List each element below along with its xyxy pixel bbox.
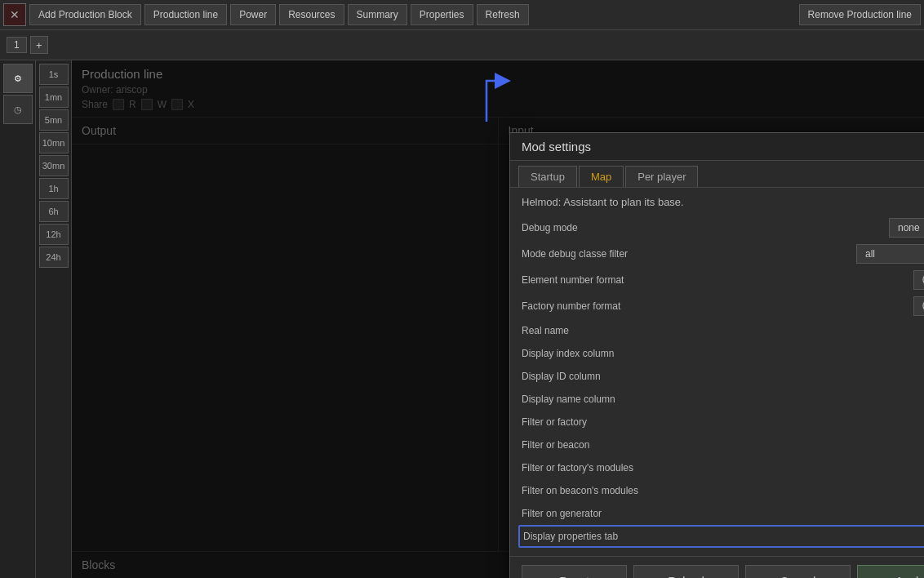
debug-filter-dropdown[interactable]: all [856, 244, 924, 264]
element-format-label: Element number format [522, 274, 864, 286]
filter-factory-modules-control: ✕ [864, 460, 924, 476]
time-sidebar: 1s 1mn 5mn 10mn 30mn 1h 6h 12h 24h [36, 60, 72, 578]
reload-button[interactable]: Reload [633, 565, 739, 578]
remove-production-line-button[interactable]: Remove Production line [799, 4, 921, 25]
filter-beacon-label: Filter or beacon [522, 439, 864, 451]
dialog-section-heading: Helmod: Assistant to plan its base. [522, 196, 924, 208]
display-properties-control: ✕ [863, 528, 924, 545]
settings-row-filter-generator: Filter on generator ✕ [522, 502, 924, 525]
tab-map[interactable]: Map [579, 166, 624, 187]
settings-row-filter-factory-modules: Filter or factory's modules ✕ [522, 456, 924, 479]
factory-format-label: Factory number format [522, 300, 864, 312]
real-name-control [864, 322, 924, 339]
dialog-title: Mod settings [510, 133, 924, 161]
filter-generator-control: ✕ [864, 505, 924, 522]
filter-factory-control: ✕ [864, 414, 924, 430]
settings-row-index-col: Display index column [522, 342, 924, 365]
settings-row-filter-beacon-modules: Filter on beacon's modules ✕ [522, 479, 924, 502]
name-col-label: Display name column [522, 393, 864, 405]
content-panel: Production line Owner: ariscop Share R W… [72, 60, 924, 578]
element-format-dropdown[interactable]: 0.00.000 [913, 270, 924, 290]
debug-mode-dropdown[interactable]: nonelowhigh [889, 218, 924, 238]
cancel-button[interactable]: Cancel [745, 565, 851, 578]
clock-icon-button[interactable]: ◷ [3, 95, 33, 124]
debug-filter-control: all [856, 244, 924, 264]
tab-toolbar: 1 + [0, 30, 924, 60]
time-1s[interactable]: 1s [39, 64, 69, 85]
id-col-control [864, 368, 924, 385]
debug-filter-label: Mode debug classe filter [522, 248, 856, 260]
reset-button[interactable]: Reset [522, 565, 627, 578]
close-icon: ✕ [10, 8, 20, 21]
settings-row-filter-beacon: Filter or beacon ✕ [522, 434, 924, 456]
time-12h[interactable]: 12h [39, 224, 69, 245]
settings-row-id-col: Display ID column [522, 365, 924, 388]
display-properties-label: Display properties tab [523, 531, 863, 542]
filter-beacon-control: ✕ [864, 437, 924, 453]
time-24h[interactable]: 24h [39, 247, 69, 268]
element-format-control: 0.00.000 [864, 270, 924, 290]
debug-mode-control: nonelowhigh [864, 218, 924, 238]
mod-settings-dialog: Mod settings Startup Map Per player Helm… [509, 132, 924, 578]
dialog-tabs: Startup Map Per player [510, 161, 924, 188]
tab-startup[interactable]: Startup [518, 166, 577, 187]
tab-per-player[interactable]: Per player [625, 166, 698, 187]
tab-number[interactable]: 1 [7, 37, 27, 53]
settings-row-name-col: Display name column [522, 388, 924, 411]
index-col-control [864, 345, 924, 362]
power-button[interactable]: Power [230, 4, 276, 25]
settings-row-real-name: Real name [522, 319, 924, 342]
filter-beacon-modules-control: ✕ [864, 482, 924, 499]
time-6h[interactable]: 6h [39, 201, 69, 222]
time-30mn[interactable]: 30mn [39, 155, 69, 176]
factory-format-dropdown[interactable]: 00.00.00 [913, 296, 924, 316]
main-area: ⚙ ◷ 1s 1mn 5mn 10mn 30mn 1h 6h 12h 24h P… [0, 60, 924, 578]
main-toolbar: ✕ Add Production Block Production line P… [0, 0, 924, 30]
settings-icon-button[interactable]: ⚙ [3, 64, 33, 93]
time-5mn[interactable]: 5mn [39, 109, 69, 131]
settings-row-display-properties: Display properties tab ✕ [518, 525, 924, 548]
time-1mn[interactable]: 1mn [39, 87, 69, 108]
filter-generator-label: Filter on generator [522, 508, 864, 519]
time-1h[interactable]: 1h [39, 178, 69, 199]
resources-button[interactable]: Resources [279, 4, 344, 25]
left-sidebar: ⚙ ◷ [0, 60, 36, 578]
close-button[interactable]: ✕ [3, 3, 26, 26]
real-name-label: Real name [522, 325, 864, 336]
filter-factory-modules-label: Filter or factory's modules [522, 462, 864, 474]
settings-row-element-format: Element number format 0.00.000 [522, 267, 924, 293]
settings-row-debug-mode: Debug mode nonelowhigh [522, 215, 924, 241]
settings-row-debug-filter: Mode debug classe filter all [522, 241, 924, 267]
refresh-button[interactable]: Refresh [477, 4, 529, 25]
tab-add-button[interactable]: + [30, 36, 48, 54]
filter-beacon-modules-label: Filter on beacon's modules [522, 485, 864, 496]
apply-button[interactable]: Apply [857, 565, 924, 578]
properties-button[interactable]: Properties [411, 4, 473, 25]
dialog-footer: Reset Reload Cancel Apply [510, 556, 924, 578]
index-col-label: Display index column [522, 348, 864, 359]
id-col-label: Display ID column [522, 371, 864, 382]
add-production-block-button[interactable]: Add Production Block [29, 4, 141, 25]
debug-mode-label: Debug mode [522, 222, 864, 233]
name-col-control [864, 391, 924, 407]
settings-row-factory-format: Factory number format 00.00.00 [522, 293, 924, 319]
summary-button[interactable]: Summary [348, 4, 407, 25]
filter-factory-label: Filter or factory [522, 416, 864, 428]
production-line-button[interactable]: Production line [144, 4, 227, 25]
dialog-body: Helmod: Assistant to plan its base. Debu… [510, 188, 924, 556]
factory-format-control: 00.00.00 [864, 296, 924, 316]
settings-row-filter-factory: Filter or factory ✕ [522, 411, 924, 434]
time-10mn[interactable]: 10mn [39, 132, 69, 153]
